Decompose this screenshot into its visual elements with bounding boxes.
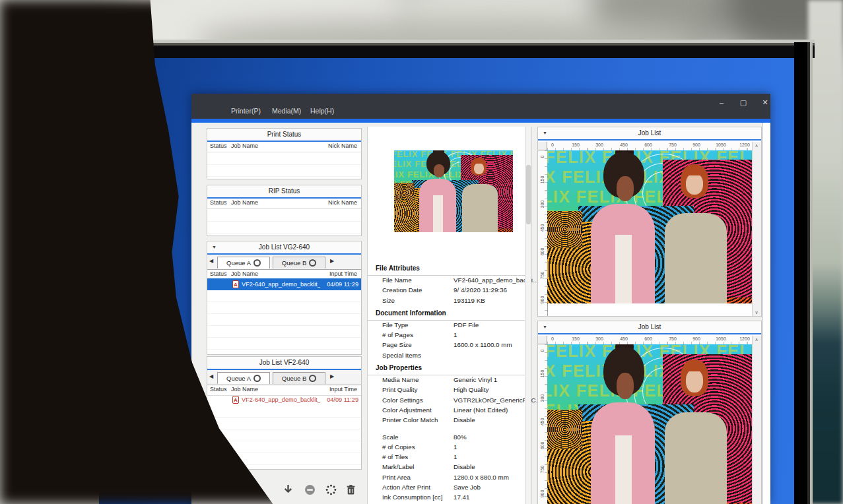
rip-status-title: RIP Status bbox=[207, 185, 361, 199]
detail-row: Special Items bbox=[368, 351, 525, 361]
preview-1-title: ▼ Job List bbox=[538, 127, 761, 141]
col-status: Status bbox=[210, 270, 227, 277]
vf2-tabs: ◀ Queue A Queue B ▶ bbox=[207, 370, 361, 385]
artwork-people bbox=[394, 150, 513, 232]
close-button[interactable]: ✕ bbox=[760, 97, 770, 108]
preview-2-scrollbar[interactable]: ∧ ∨ bbox=[752, 336, 761, 504]
vg2-tabs: ◀ Queue A Queue B ▶ bbox=[207, 255, 361, 270]
col-nick-name: Nick Name bbox=[328, 199, 357, 206]
download-icon[interactable] bbox=[283, 484, 294, 495]
vg2-empty-rows[interactable] bbox=[207, 290, 361, 354]
tab-queue-a-label: Queue A bbox=[226, 257, 251, 269]
col-status: Status bbox=[210, 142, 227, 149]
detail-row: Color SettingsVGTR2LkOrGr_GenericPVC... bbox=[368, 396, 525, 406]
ruler-corner bbox=[538, 336, 547, 344]
tab-queue-b-label: Queue B bbox=[282, 373, 307, 385]
horizontal-ruler: 0 150 300 450 600 750 900 1050 1200 bbox=[547, 142, 752, 151]
job-input-time: 04/09 11:29 bbox=[327, 278, 358, 290]
pdf-file-icon: A bbox=[232, 396, 239, 404]
horizontal-ruler: 0 150 300 450 600 750 900 1050 1200 bbox=[547, 336, 752, 345]
print-job-artwork[interactable]: FELIX FELIX FELIX FELIX FELIX FELIX FELI… bbox=[547, 344, 754, 504]
print-status-title: Print Status bbox=[207, 129, 361, 142]
detail-row: # of Copies1 bbox=[368, 443, 525, 453]
job-name: VF2-640_app_demo_backlit_dp... bbox=[242, 394, 320, 406]
minimize-button[interactable]: – bbox=[716, 97, 727, 108]
queue-status-icon bbox=[309, 259, 316, 267]
job-list-vg2-title-text: Job List VG2-640 bbox=[259, 243, 310, 251]
vertical-ruler: 0 150 300 450 600 750 900 bbox=[538, 344, 548, 504]
vertical-ruler: 0 150 300 450 600 750 900 bbox=[538, 150, 548, 316]
job-row-selected[interactable]: A VF2-640_app_demo_backlit_dp... 04/09 1… bbox=[207, 278, 361, 290]
menu-printer[interactable]: Printer(P) bbox=[231, 107, 261, 115]
col-status: Status bbox=[210, 199, 227, 206]
tab-queue-a[interactable]: Queue A bbox=[217, 257, 270, 268]
monitor-right-bezel bbox=[794, 42, 813, 504]
preview-2-title: ▼ Job List bbox=[538, 321, 761, 334]
tab-queue-b[interactable]: Queue B bbox=[273, 257, 325, 268]
artwork-people bbox=[547, 150, 754, 303]
print-job-artwork[interactable]: FELIX FELIX FELIX FELIX FELIX FELIX FELI… bbox=[547, 150, 754, 303]
col-job-name: Job Name bbox=[231, 142, 258, 149]
collapse-caret-icon[interactable]: ▼ bbox=[543, 321, 547, 333]
window-titlebar: Printer(P) Media(M) Help(H) – ▢ ✕ bbox=[191, 94, 770, 119]
job-list-vf2-title-text: Job List VF2-640 bbox=[259, 359, 310, 366]
details-scrollbar[interactable] bbox=[525, 127, 531, 504]
detail-row: Creation Date9/ 4/2020 11:29:36 bbox=[368, 286, 525, 296]
menu-media[interactable]: Media(M) bbox=[272, 107, 301, 115]
detail-row: Media NameGeneric Vinyl 1 bbox=[368, 375, 525, 385]
preview-panel-2: ▼ Job List 0 150 300 450 600 750 900 105… bbox=[537, 321, 762, 504]
tabs-next-arrow[interactable]: ▶ bbox=[330, 258, 334, 264]
detail-row: Mark/LabelDisable bbox=[368, 462, 525, 472]
collapse-caret-icon[interactable]: ▼ bbox=[543, 127, 547, 139]
pdf-file-icon: A bbox=[232, 280, 239, 288]
collapse-caret-icon[interactable]: ▼ bbox=[212, 241, 217, 253]
maximize-button[interactable]: ▢ bbox=[738, 97, 749, 108]
detail-row: Print Area1280.0 x 880.0 mm bbox=[368, 473, 525, 483]
scrollbar-thumb[interactable] bbox=[526, 165, 531, 224]
job-name: VF2-640_app_demo_backlit_dp... bbox=[242, 278, 320, 290]
details-sections: File Attributes File NameVF2-640_app_dem… bbox=[368, 261, 525, 503]
window-content: Print Status Status Job Name Nick Name R… bbox=[191, 123, 770, 504]
remove-icon[interactable] bbox=[304, 484, 316, 495]
tabs-prev-arrow[interactable]: ◀ bbox=[209, 258, 213, 264]
detail-row: File NameVF2-640_app_demo_backli... bbox=[368, 276, 525, 286]
col-input-time: Input Time bbox=[329, 386, 357, 393]
tabs-next-arrow[interactable]: ▶ bbox=[330, 373, 334, 379]
col-job-name: Job Name bbox=[231, 199, 258, 206]
job-list-vg2-panel: ▼ Job List VG2-640 ◀ Queue A Queue B ▶ bbox=[207, 241, 362, 355]
scroll-down-icon[interactable]: ∨ bbox=[753, 309, 760, 316]
rip-status-list[interactable] bbox=[207, 210, 361, 236]
preview-2-title-text: Job List bbox=[638, 323, 661, 331]
rip-status-panel: RIP Status Status Job Name Nick Name bbox=[207, 185, 362, 236]
print-status-columns: Status Job Name Nick Name bbox=[207, 142, 361, 152]
detail-row: Ink Consumption [cc]17.41 bbox=[368, 493, 525, 503]
job-input-time: 04/09 11:29 bbox=[327, 394, 358, 406]
window-scrollbar[interactable] bbox=[762, 123, 770, 504]
rip-application-window: Printer(P) Media(M) Help(H) – ▢ ✕ Print … bbox=[191, 94, 770, 504]
monitor-top-bezel bbox=[94, 40, 815, 58]
job-preview-thumbnail[interactable]: FELIX FELIX FELIX FELIX FELIX FELIX FELI… bbox=[394, 150, 513, 232]
detail-row: Action After PrintSave Job bbox=[368, 483, 525, 493]
preview-1-scrollbar[interactable]: ∧ ∨ bbox=[752, 142, 761, 316]
processing-icon[interactable] bbox=[325, 484, 337, 495]
preview-1-title-text: Job List bbox=[638, 129, 661, 137]
tab-queue-a-label: Queue A bbox=[226, 373, 251, 385]
tabs-prev-arrow[interactable]: ◀ bbox=[209, 373, 213, 379]
scroll-up-icon[interactable]: ∧ bbox=[753, 142, 760, 149]
queue-status-icon bbox=[253, 375, 261, 382]
col-job-name: Job Name bbox=[231, 386, 258, 393]
detail-row: File TypePDF File bbox=[368, 321, 525, 331]
background-right-strip bbox=[808, 0, 843, 504]
scroll-up-icon[interactable]: ∧ bbox=[753, 336, 760, 343]
col-job-name: Job Name bbox=[231, 270, 258, 277]
detail-row: Page Size1600.0 x 1100.0 mm bbox=[368, 340, 525, 350]
detail-row: Print QualityHigh Quality bbox=[368, 385, 525, 395]
queue-status-icon bbox=[253, 259, 261, 267]
job-row[interactable]: A VF2-640_app_demo_backlit_dp... 04/09 1… bbox=[207, 394, 361, 406]
tab-queue-a[interactable]: Queue A bbox=[217, 372, 270, 384]
tab-queue-b[interactable]: Queue B bbox=[273, 372, 325, 384]
trash-icon[interactable] bbox=[345, 484, 356, 495]
print-status-list[interactable] bbox=[207, 153, 361, 179]
tab-queue-b-label: Queue B bbox=[282, 257, 307, 269]
menu-help[interactable]: Help(H) bbox=[310, 107, 334, 115]
